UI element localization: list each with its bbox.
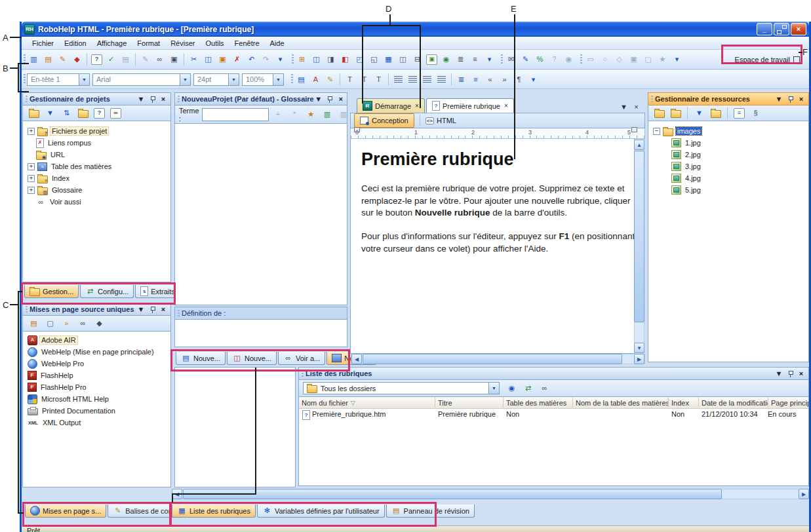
resource-file-4[interactable]: 4.jpg [648,172,808,184]
numbered-list-button[interactable]: ≣ [454,73,468,86]
right-margin-marker[interactable] [631,127,637,132]
undo-button[interactable]: ↶ [245,52,258,66]
pod-close-button[interactable]: × [336,95,346,104]
properties-button[interactable]: ▣ [167,52,181,66]
wizard-icon[interactable]: * [288,107,302,121]
insert-image-button[interactable]: ▣ [425,52,439,66]
zoom-combobox[interactable]: 100% ▼ [242,73,284,86]
audio-button[interactable]: ◉ [562,52,576,66]
new-item-icon[interactable] [27,106,41,120]
pod-pin-button[interactable] [785,370,795,378]
glossary-header[interactable]: NouveauProjet (Par défaut) - Glossaire ▼… [174,92,347,105]
pod-close-button[interactable]: × [159,95,168,104]
layouts-header[interactable]: Mises en page source uniques ▼× [22,303,171,316]
expand-toggle-icon[interactable]: + [28,187,35,194]
dropdown-text-button[interactable]: ≡ [468,52,482,66]
copy-button[interactable]: ◫ [201,52,215,66]
view-layout-icon[interactable]: ▢ [43,316,57,330]
scroll-up-icon[interactable]: ▲ [634,140,644,150]
pod-help-icon[interactable]: ? [92,106,106,120]
column-header-titre[interactable]: Titre [435,397,504,408]
publish-icon[interactable]: » [60,316,73,330]
menu-aide[interactable]: Aide [265,38,290,48]
pod-pin-button[interactable] [785,95,795,104]
resources-header[interactable]: Gestionnaire de ressources ▼× [648,92,809,105]
save-button[interactable]: ▥ [27,52,41,66]
paste-button[interactable]: ▣ [216,52,229,66]
indent-button[interactable]: » [498,73,511,86]
align-justify-button[interactable] [435,73,448,86]
tab-list-button[interactable]: ▼ [619,102,629,111]
link-document-button[interactable]: ◰ [353,52,366,66]
save-icon[interactable]: ▥ [337,107,351,121]
topic-list-header[interactable]: Liste des rubriques ▼× [298,367,809,380]
column-header-page-principale[interactable]: Page principale [768,397,809,408]
refresh-icon[interactable] [652,106,666,120]
menu-reviser[interactable]: Réviser [165,38,200,48]
close-tab-icon[interactable]: × [415,102,419,109]
html-view-button[interactable]: <> HTML [425,117,456,124]
save-all-button[interactable]: ▤ [41,52,55,66]
tab-close-button[interactable]: × [631,102,641,111]
layout-adobe-air[interactable]: AAdobe AIR [23,334,170,346]
ellipse-shape-button[interactable]: ○ [598,52,612,66]
filter-icon[interactable]: ▼ [692,106,706,120]
font-color-button[interactable]: A [309,73,323,86]
topic-row[interactable]: ? Première_rubrique.htm Première rubriqu… [299,409,808,420]
toolbar-overflow-button[interactable]: ▾ [526,73,540,86]
pod-pin-button[interactable] [148,305,157,314]
new-term-icon[interactable]: ★ [304,107,318,121]
tree-table-des-matieres[interactable]: +≡Table des matières [23,161,170,172]
menu-format[interactable]: Format [132,38,165,48]
review-help-button[interactable]: ? [547,52,561,66]
restore-button[interactable] [774,23,789,35]
refresh-icon[interactable]: ⇄ [521,381,535,395]
split-frame-button[interactable]: ⊟ [410,52,424,66]
layout-flashhelp-pro[interactable]: FFlashHelp Pro [23,381,170,393]
layout-printed-documentation[interactable]: Printed Documentation [23,405,170,417]
generate-icon[interactable]: ▤ [27,316,41,330]
pen-button[interactable]: ✎ [138,52,152,66]
resource-file-5[interactable]: 5.jpg [648,184,808,196]
resource-file-1[interactable]: 1.jpg [648,137,808,149]
insert-table-button[interactable]: ▦ [382,52,395,66]
search-icon[interactable]: ∞ [109,106,123,120]
menu-fenetre[interactable]: Fenêtre [229,38,265,48]
stop-icon[interactable]: ◆ [92,316,106,330]
layout-webhelp-pro[interactable]: WebHelp Pro [23,358,170,370]
doc-tab-demarrage[interactable]: RDémarrage× [357,98,425,113]
send-for-review-button[interactable]: ✉ [504,52,518,66]
chevron-down-icon[interactable]: ▼ [228,74,239,85]
frameset-button[interactable]: ◫ [396,52,410,66]
book-icon[interactable]: ▥ [321,107,334,121]
tree-fichiers-de-projet[interactable]: +?Fichiers de projet [23,125,170,137]
filter-icon[interactable]: ▼ [43,106,57,120]
help-button[interactable]: ? [90,52,104,66]
open-project-button[interactable]: ◆ [70,52,84,66]
sort-icon[interactable]: ⇅ [60,106,73,120]
pod-menu-button[interactable]: ▼ [774,370,783,378]
folder-filter-combobox[interactable]: Tous les dossiers ▼ [303,382,500,394]
attach-icon[interactable]: § [749,106,762,120]
details-view-icon[interactable]: ≡ [732,106,746,120]
layout-microsoft-html-help[interactable]: Microsoft HTML Help [23,393,170,405]
folder-view-icon[interactable] [76,106,90,120]
borders-button[interactable]: ▤ [294,73,308,86]
font-size-combobox[interactable]: 24pt ▼ [193,73,239,86]
menu-outils[interactable]: Outils [200,38,229,48]
resource-file-3[interactable]: 3.jpg [648,161,808,172]
add-term-icon[interactable]: + [271,107,285,121]
bullet-list-button[interactable]: ≡ [469,73,483,86]
menu-affichage[interactable]: Affichage [92,38,132,48]
toolbar-overflow-button[interactable]: ▾ [483,52,496,66]
view-icon[interactable]: ◉ [505,381,519,395]
align-right-button[interactable] [420,73,434,86]
toolbar-overflow-button[interactable]: ▾ [273,52,287,66]
project-manager-header[interactable]: Gestionnaire de projets ▼× [22,92,171,105]
chevron-down-icon[interactable]: ▼ [79,74,89,85]
spell-check-button[interactable]: ✓ [104,52,118,66]
view-output-icon[interactable]: ∞ [76,316,90,330]
italic-button[interactable]: T [357,73,371,86]
tree-url[interactable]: ◉URL [23,149,170,161]
pod-menu-button[interactable]: ▼ [136,95,146,104]
